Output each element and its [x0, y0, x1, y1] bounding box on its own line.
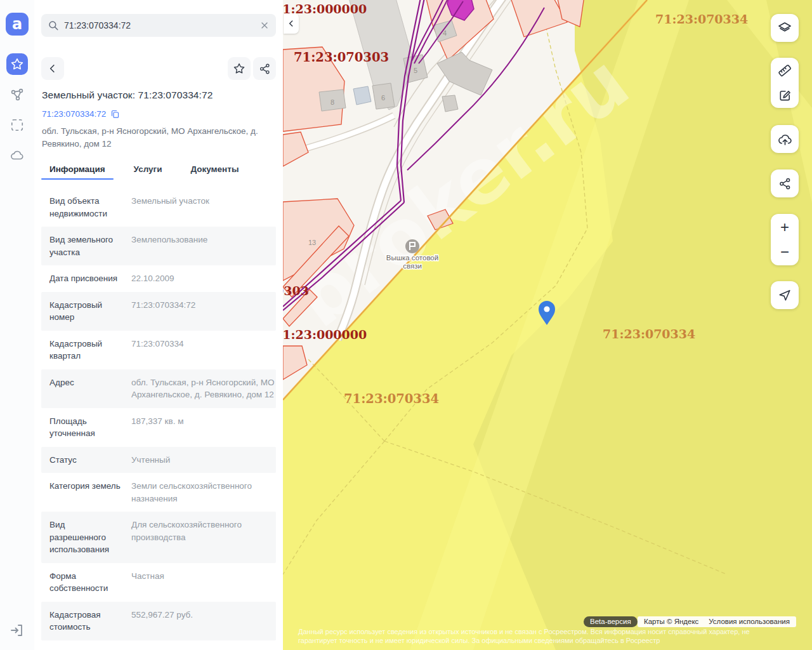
- table-row: Вид разрешенного использованияДля сельск…: [41, 512, 276, 563]
- tabs: Информация Услуги Документы: [41, 161, 276, 180]
- share-icon: [778, 177, 792, 190]
- info-table: Вид объекта недвижимостиЗемельный участо…: [41, 188, 276, 640]
- ruler-button[interactable]: [771, 58, 799, 83]
- clear-search-icon[interactable]: [259, 20, 270, 30]
- search-bar: [41, 14, 276, 37]
- nodes-icon: [10, 87, 25, 102]
- row-value: Для сельскохозяйственного производства: [131, 519, 275, 556]
- share-icon: [259, 63, 271, 75]
- locate-button[interactable]: [771, 281, 799, 309]
- row-value: Земельный участок: [131, 195, 209, 220]
- layers-icon: [777, 20, 792, 36]
- poi-label-line1: Вышка сотовой: [386, 254, 438, 262]
- svg-text:71:23:000000: 71:23:000000: [283, 328, 367, 342]
- app-logo[interactable]: a: [6, 13, 29, 36]
- search-input[interactable]: [64, 20, 259, 30]
- poi-label-line2: связи: [403, 262, 422, 270]
- row-label: Вид объекта недвижимости: [49, 195, 123, 220]
- svg-text:8: 8: [331, 98, 334, 106]
- svg-text:71:23:070334: 71:23:070334: [603, 327, 695, 341]
- map-canvas[interactable]: broker.ru: [283, 0, 812, 650]
- tab-services[interactable]: Услуги: [126, 161, 171, 180]
- back-button[interactable]: [41, 57, 64, 80]
- map-base-svg: broker.ru: [283, 0, 812, 650]
- sidebar-item-login[interactable]: [6, 620, 28, 641]
- row-label: Кадастровый номер: [49, 299, 123, 324]
- layers-button[interactable]: [771, 14, 799, 42]
- provider-credit: Карты © Яндекс: [644, 618, 698, 625]
- row-label: Площадь уточненная: [49, 415, 123, 440]
- plus-icon: +: [780, 220, 789, 235]
- row-label: Категория земель: [49, 480, 123, 505]
- tab-information[interactable]: Информация: [41, 161, 114, 180]
- svg-text:71:23:070303: 71:23:070303: [294, 50, 389, 65]
- row-value: Учтенный: [131, 454, 170, 467]
- svg-text:71:23:070334: 71:23:070334: [344, 392, 439, 406]
- star-outline-icon: [233, 62, 246, 75]
- collapse-panel-button[interactable]: [284, 13, 299, 34]
- sidebar-item-objects[interactable]: [6, 84, 28, 105]
- zoom-in-button[interactable]: +: [771, 215, 799, 240]
- object-address: обл. Тульская, р-н Ясногорский, МО Архан…: [41, 125, 270, 150]
- search-icon: [48, 20, 59, 31]
- row-label: Адрес: [49, 376, 123, 401]
- svg-text:13: 13: [308, 239, 316, 246]
- table-row: Дата присвоения22.10.2009: [41, 265, 276, 292]
- sidebar-item-cloud[interactable]: [6, 145, 28, 166]
- row-label: Вид земельного участка: [49, 234, 123, 258]
- svg-text:71:23:070334: 71:23:070334: [655, 12, 748, 26]
- ruler-icon: [777, 63, 792, 78]
- map-attribution: Карты © Яндекс Условия использования: [638, 616, 796, 627]
- row-value: 187,337 кв. м: [131, 415, 183, 440]
- table-row: СтатусУчтенный: [41, 447, 276, 474]
- upload-button[interactable]: [771, 125, 799, 153]
- left-rail: a: [0, 0, 34, 650]
- table-row: Кадастровый номер71:23:070334:72: [41, 292, 276, 331]
- star-icon: [10, 57, 24, 71]
- beta-badge: Beta-версия: [584, 616, 638, 627]
- cadastral-number-link[interactable]: 71:23:070334:72: [42, 109, 106, 119]
- copy-icon[interactable]: [110, 109, 120, 119]
- table-row: Площадь уточненная187,337 кв. м: [41, 408, 276, 447]
- table-row: Категория земельЗемли сельскохозяйственн…: [41, 473, 276, 512]
- svg-text:5: 5: [414, 67, 417, 74]
- zoom-out-button[interactable]: −: [771, 240, 799, 265]
- row-label: Кадастровый квартал: [49, 338, 123, 362]
- share-button[interactable]: [253, 57, 276, 80]
- cloud-icon: [10, 148, 25, 163]
- table-row: Кадастровый квартал71:23:070334: [41, 331, 276, 369]
- svg-text:6: 6: [381, 94, 385, 102]
- table-row: Вид земельного участкаЗемлепользование: [41, 227, 276, 265]
- details-panel: Земельный участок: 71:23:070334:72 71:23…: [34, 0, 283, 650]
- terms-of-use-link[interactable]: Условия использования: [709, 618, 790, 625]
- row-value: 71:23:070334:72: [131, 299, 195, 324]
- row-value: Землепользование: [131, 234, 207, 258]
- row-value: Земли сельскохозяйственного назначения: [131, 480, 275, 505]
- table-row: Вид объекта недвижимостиЗемельный участо…: [41, 188, 276, 227]
- chevron-left-icon: [47, 63, 58, 74]
- zoom-group: + −: [771, 214, 799, 265]
- sidebar-item-area-select[interactable]: [6, 114, 28, 136]
- edit-icon: [778, 88, 792, 103]
- tab-documents[interactable]: Документы: [183, 161, 247, 180]
- draw-button[interactable]: [771, 83, 799, 108]
- dashed-square-icon: [10, 118, 24, 132]
- app-logo-glyph: a: [12, 15, 22, 33]
- row-label: Вид разрешенного использования: [49, 519, 123, 556]
- row-label: Дата присвоения: [49, 272, 123, 285]
- minus-icon: −: [780, 244, 789, 260]
- table-row: Кадастровая стоимость552,967.27 руб.: [41, 602, 276, 640]
- row-value: 71:23:070334: [131, 338, 184, 362]
- row-label: Статус: [49, 454, 123, 467]
- table-row: Адресобл. Тульская, р-н Ясногорский, МО …: [41, 369, 276, 408]
- navigate-arrow-icon: [778, 288, 792, 302]
- chevron-left-icon: [287, 19, 296, 28]
- login-icon: [10, 623, 25, 638]
- map-share-button[interactable]: [771, 169, 799, 197]
- row-label: Кадастровая стоимость: [49, 609, 123, 633]
- sidebar-item-favorites[interactable]: [6, 53, 28, 75]
- disclaimer-text: Данный ресурс использует сведения из отк…: [298, 628, 793, 645]
- measure-draw-group: [771, 58, 799, 108]
- row-value: 22.10.2009: [131, 272, 174, 285]
- favorite-button[interactable]: [228, 57, 251, 80]
